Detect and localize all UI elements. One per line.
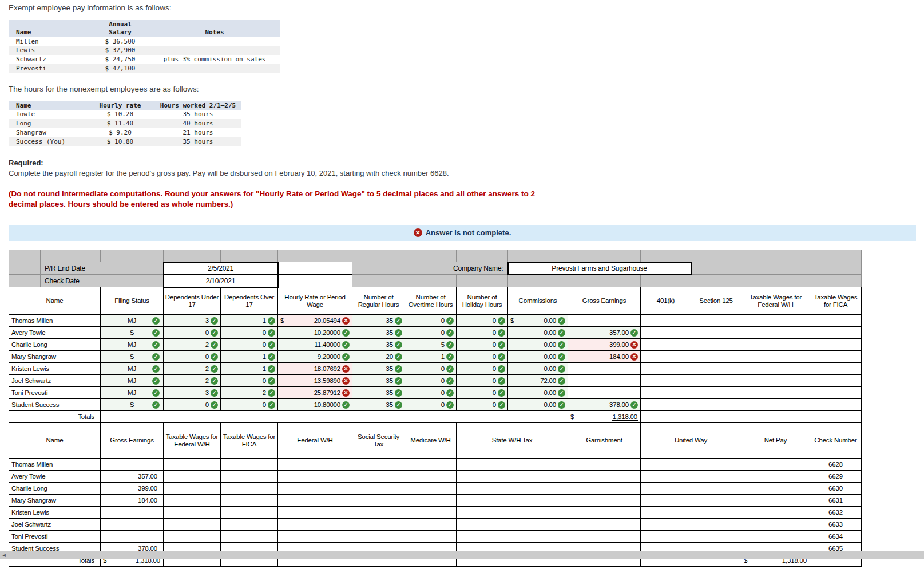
holiday-hours-cell[interactable]: 0✓ bbox=[457, 339, 508, 351]
commissions-cell[interactable]: 0.00✓ bbox=[508, 387, 568, 399]
federal-wh-cell[interactable] bbox=[278, 471, 352, 483]
social-security-cell[interactable] bbox=[352, 459, 405, 471]
united-way-cell[interactable] bbox=[641, 495, 741, 507]
net-pay-cell[interactable] bbox=[741, 471, 810, 483]
taxable-fica-cell[interactable] bbox=[221, 519, 278, 531]
federal-wh-cell[interactable] bbox=[278, 483, 352, 495]
dependents-over-17-cell[interactable]: 0✓ bbox=[221, 339, 278, 351]
taxable-fica-cell[interactable] bbox=[221, 507, 278, 519]
filing-status-cell[interactable]: S✓ bbox=[101, 351, 164, 363]
filing-status-cell[interactable]: S✓ bbox=[101, 327, 164, 339]
medicare-cell[interactable] bbox=[405, 531, 457, 543]
regular-hours-cell[interactable]: 35✓ bbox=[352, 399, 405, 411]
gross-earnings-cell[interactable] bbox=[568, 315, 641, 327]
overtime-hours-cell[interactable]: 1✓ bbox=[405, 351, 457, 363]
united-way-cell[interactable] bbox=[641, 519, 741, 531]
net-pay-cell[interactable] bbox=[741, 495, 810, 507]
commissions-cell[interactable]: 72.00✓ bbox=[508, 375, 568, 387]
garnishment-cell[interactable] bbox=[568, 507, 641, 519]
gross-earnings-cell[interactable]: 399.00✕ bbox=[568, 339, 641, 351]
regular-hours-cell[interactable]: 20✓ bbox=[352, 351, 405, 363]
dependents-under-17-cell[interactable]: 0✓ bbox=[164, 327, 221, 339]
state-wh-cell[interactable] bbox=[457, 459, 568, 471]
dependents-under-17-cell[interactable]: 2✓ bbox=[164, 375, 221, 387]
hourly-rate-cell[interactable]: 13.59890✕ bbox=[278, 375, 352, 387]
garnishment-cell[interactable] bbox=[568, 471, 641, 483]
regular-hours-cell[interactable]: 35✓ bbox=[352, 387, 405, 399]
scroll-left-arrow-icon[interactable]: ◂ bbox=[0, 551, 8, 559]
holiday-hours-cell[interactable]: 0✓ bbox=[457, 363, 508, 375]
holiday-hours-cell[interactable]: 0✓ bbox=[457, 375, 508, 387]
overtime-hours-cell[interactable]: 0✓ bbox=[405, 387, 457, 399]
dependents-over-17-cell[interactable]: 0✓ bbox=[221, 399, 278, 411]
hourly-rate-cell[interactable]: 11.40000✓ bbox=[278, 339, 352, 351]
net-pay-cell[interactable] bbox=[741, 519, 810, 531]
filing-status-cell[interactable]: MJ✓ bbox=[101, 315, 164, 327]
commissions-cell[interactable]: 0.00✓ bbox=[508, 327, 568, 339]
state-wh-cell[interactable] bbox=[457, 531, 568, 543]
dependents-under-17-cell[interactable]: 0✓ bbox=[164, 351, 221, 363]
gross-earnings-cell[interactable]: 357.00✓ bbox=[568, 327, 641, 339]
gross-earnings-cell[interactable]: 184.00✕ bbox=[568, 351, 641, 363]
filing-status-cell[interactable]: S✓ bbox=[101, 399, 164, 411]
overtime-hours-cell[interactable]: 0✓ bbox=[405, 375, 457, 387]
net-pay-cell[interactable] bbox=[741, 483, 810, 495]
taxable-federal-cell[interactable] bbox=[164, 495, 221, 507]
hourly-rate-cell[interactable]: 10.80000✓ bbox=[278, 399, 352, 411]
horizontal-scrollbar[interactable]: ◂ bbox=[0, 551, 924, 559]
dependents-over-17-cell[interactable]: 1✓ bbox=[221, 351, 278, 363]
garnishment-cell[interactable] bbox=[568, 459, 641, 471]
dependents-under-17-cell[interactable]: 3✓ bbox=[164, 315, 221, 327]
regular-hours-cell[interactable]: 35✓ bbox=[352, 327, 405, 339]
overtime-hours-cell[interactable]: 0✓ bbox=[405, 327, 457, 339]
federal-wh-cell[interactable] bbox=[278, 519, 352, 531]
taxable-fica-cell[interactable] bbox=[221, 459, 278, 471]
hourly-rate-cell[interactable]: $20.05494✕ bbox=[278, 315, 352, 327]
social-security-cell[interactable] bbox=[352, 495, 405, 507]
hourly-rate-cell[interactable]: 10.20000✓ bbox=[278, 327, 352, 339]
filing-status-cell[interactable]: MJ✓ bbox=[101, 363, 164, 375]
taxable-federal-cell[interactable] bbox=[164, 459, 221, 471]
gross-earnings-cell[interactable]: 378.00✓ bbox=[568, 399, 641, 411]
federal-wh-cell[interactable] bbox=[278, 495, 352, 507]
dependents-over-17-cell[interactable]: 1✓ bbox=[221, 363, 278, 375]
gross-earnings-cell[interactable] bbox=[568, 387, 641, 399]
net-pay-cell[interactable] bbox=[741, 459, 810, 471]
empty-input-cell[interactable] bbox=[278, 262, 352, 275]
commissions-cell[interactable]: 0.00✓ bbox=[508, 399, 568, 411]
taxable-federal-cell[interactable] bbox=[164, 507, 221, 519]
commissions-cell[interactable]: $0.00✓ bbox=[508, 315, 568, 327]
pr-end-date-input[interactable]: 2/5/2021 bbox=[164, 262, 278, 275]
medicare-cell[interactable] bbox=[405, 507, 457, 519]
garnishment-cell[interactable] bbox=[568, 495, 641, 507]
federal-wh-cell[interactable] bbox=[278, 459, 352, 471]
social-security-cell[interactable] bbox=[352, 471, 405, 483]
company-name-input[interactable]: Prevosti Farms and Sugarhouse bbox=[508, 262, 691, 275]
check-date-input[interactable]: 2/10/2021 bbox=[164, 275, 278, 287]
taxable-fica-cell[interactable] bbox=[221, 471, 278, 483]
dependents-over-17-cell[interactable]: 2✓ bbox=[221, 387, 278, 399]
regular-hours-cell[interactable]: 35✓ bbox=[352, 315, 405, 327]
filing-status-cell[interactable]: MJ✓ bbox=[101, 339, 164, 351]
net-pay-cell[interactable] bbox=[741, 531, 810, 543]
filing-status-cell[interactable]: MJ✓ bbox=[101, 375, 164, 387]
united-way-cell[interactable] bbox=[641, 507, 741, 519]
federal-wh-cell[interactable] bbox=[278, 531, 352, 543]
united-way-cell[interactable] bbox=[641, 459, 741, 471]
dependents-over-17-cell[interactable]: 0✓ bbox=[221, 375, 278, 387]
holiday-hours-cell[interactable]: 0✓ bbox=[457, 387, 508, 399]
regular-hours-cell[interactable]: 35✓ bbox=[352, 363, 405, 375]
taxable-federal-cell[interactable] bbox=[164, 531, 221, 543]
taxable-fica-cell[interactable] bbox=[221, 495, 278, 507]
social-security-cell[interactable] bbox=[352, 519, 405, 531]
state-wh-cell[interactable] bbox=[457, 483, 568, 495]
state-wh-cell[interactable] bbox=[457, 519, 568, 531]
garnishment-cell[interactable] bbox=[568, 519, 641, 531]
united-way-cell[interactable] bbox=[641, 531, 741, 543]
taxable-federal-cell[interactable] bbox=[164, 519, 221, 531]
overtime-hours-cell[interactable]: 0✓ bbox=[405, 363, 457, 375]
empty-input-cell[interactable] bbox=[278, 275, 352, 287]
dependents-under-17-cell[interactable]: 0✓ bbox=[164, 399, 221, 411]
social-security-cell[interactable] bbox=[352, 483, 405, 495]
dependents-over-17-cell[interactable]: 0✓ bbox=[221, 327, 278, 339]
